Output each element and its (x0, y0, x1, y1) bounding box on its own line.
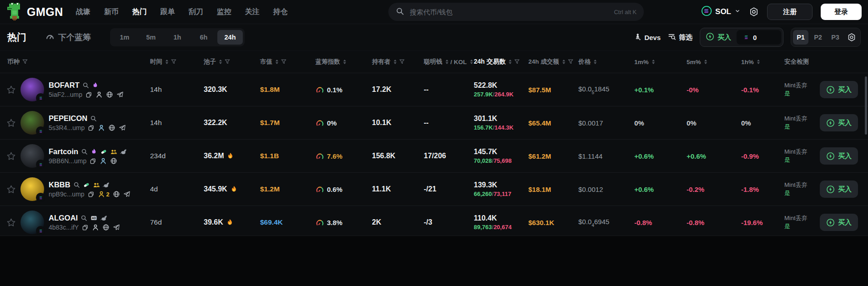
sort-icon[interactable] (704, 60, 707, 64)
token-row-ALGOAI[interactable]: ALGOAIAD4b83c...ifY76d39.6K$69.4K3.8%2K-… (0, 206, 868, 239)
sort-icon[interactable] (757, 60, 760, 64)
signup-button[interactable]: 注册 (767, 4, 813, 20)
favorite-star-button[interactable] (6, 151, 16, 161)
next-bluechip-tab[interactable]: 下个蓝筹 (45, 32, 91, 43)
globe-icon[interactable] (113, 191, 120, 198)
preset-settings-button[interactable] (845, 30, 858, 45)
buy-button[interactable]: 买入 (820, 181, 858, 198)
timeframe-24h[interactable]: 24h (217, 30, 243, 45)
column-header-聪明钱[interactable]: 聪明钱/ KOL (419, 58, 469, 66)
sort-icon[interactable] (394, 60, 396, 64)
buy-button[interactable]: 买入 (820, 81, 858, 98)
token-search-icon[interactable] (73, 181, 80, 188)
telegram-icon[interactable] (119, 124, 126, 131)
sort-icon[interactable] (343, 60, 346, 64)
token-address[interactable]: 9BB6N...ump (49, 157, 86, 165)
copy-icon[interactable] (88, 125, 95, 131)
gear-icon[interactable] (847, 33, 856, 42)
token-address[interactable]: 4b83c...ifY (49, 224, 79, 231)
telegram-icon[interactable] (123, 191, 130, 198)
preset-P2[interactable]: P2 (810, 30, 826, 45)
nav-item-跟单[interactable]: 跟单 (161, 7, 175, 17)
timeframe-1h[interactable]: 1h (165, 30, 190, 45)
funnel-filter-icon[interactable] (281, 59, 287, 65)
timeframe-5m[interactable]: 5m (138, 30, 164, 45)
favorite-star-button[interactable] (6, 218, 16, 227)
nav-item-刮刀[interactable]: 刮刀 (189, 7, 203, 17)
search-bar[interactable]: Ctrl alt K (388, 3, 644, 21)
globe-icon[interactable] (102, 224, 110, 231)
search-input[interactable] (409, 8, 609, 16)
preset-P1[interactable]: P1 (793, 30, 808, 45)
token-search-icon[interactable] (80, 215, 87, 221)
column-header-安全检测[interactable]: 安全检测 (780, 58, 812, 66)
globe-icon[interactable] (106, 91, 113, 98)
column-header-时间[interactable]: 时间 (146, 58, 199, 66)
copy-icon[interactable] (88, 191, 95, 198)
person-icon[interactable] (98, 191, 105, 198)
token-avatar[interactable] (20, 78, 44, 101)
person-icon[interactable] (92, 224, 99, 231)
sort-icon[interactable] (562, 60, 565, 64)
sort-icon[interactable] (594, 60, 597, 64)
telegram-icon[interactable] (116, 91, 124, 98)
nav-item-持仓[interactable]: 持仓 (273, 7, 288, 17)
timeframe-6h[interactable]: 6h (191, 30, 216, 45)
token-search-icon[interactable] (81, 148, 88, 155)
copy-icon[interactable] (82, 224, 89, 231)
token-row-PEPEICON[interactable]: PEPEICON5s3R4...ump14h322.2K$1.7M0%10.1K… (0, 106, 868, 139)
token-symbol[interactable]: KBBB (49, 181, 70, 189)
column-header-持有者[interactable]: 持有者 (367, 58, 419, 66)
nav-item-关注[interactable]: 关注 (245, 7, 260, 17)
nav-item-监控[interactable]: 监控 (217, 7, 231, 17)
quick-buy-control[interactable]: 买入 0 (700, 28, 783, 47)
funnel-filter-icon[interactable] (399, 59, 405, 65)
token-row-BOFART[interactable]: BOFART5iaF2...ump14h320.3K$1.8M0.1%17.2K… (0, 73, 868, 106)
token-symbol[interactable]: PEPEICON (49, 114, 87, 123)
column-header-价格[interactable]: 价格 (574, 58, 630, 66)
person-icon[interactable] (100, 157, 107, 165)
token-search-icon[interactable] (82, 82, 89, 89)
copy-icon[interactable] (90, 158, 96, 165)
sort-icon[interactable] (276, 60, 278, 64)
buy-button[interactable]: 买入 (820, 147, 858, 165)
funnel-filter-icon[interactable] (171, 59, 177, 65)
column-header-24h 成交额[interactable]: 24h 成交额 (524, 58, 574, 66)
token-avatar[interactable] (20, 177, 44, 201)
token-row-Fartcoin[interactable]: Fartcoin9BB6N...ump234d36.2M$1.1B7.6%156… (0, 139, 868, 172)
preset-P3[interactable]: P3 (828, 30, 843, 45)
nav-item-战壕[interactable]: 战壕 (76, 7, 90, 17)
token-symbol[interactable]: Fartcoin (49, 147, 78, 156)
buy-button[interactable]: 买入 (820, 214, 858, 231)
funnel-filter-icon[interactable] (514, 59, 520, 65)
column-header-蓝筹指数[interactable]: 蓝筹指数 (311, 58, 367, 66)
token-address[interactable]: npB9c...ump (49, 191, 85, 198)
settings-hexagon-icon[interactable] (749, 7, 759, 17)
sort-icon[interactable] (509, 60, 512, 64)
column-header-币种[interactable]: 币种 (0, 58, 146, 66)
login-button[interactable]: 登录 (821, 4, 862, 20)
globe-icon[interactable] (110, 157, 117, 165)
token-avatar[interactable] (20, 211, 44, 234)
vertical-scrollbar[interactable] (865, 76, 867, 135)
sort-icon[interactable] (219, 60, 222, 64)
sort-icon[interactable] (166, 60, 168, 64)
column-header-24h 交易数[interactable]: 24h 交易数 (469, 58, 524, 66)
favorite-star-button[interactable] (6, 85, 16, 95)
quick-buy-amount-field[interactable]: 0 (737, 30, 781, 45)
token-avatar[interactable] (20, 144, 44, 168)
token-row-KBBB[interactable]: KBBBnpB9c...ump24d345.9K$1.2M0.6%11.1K-/… (0, 172, 868, 206)
gmgn-logo[interactable]: GMGN (6, 3, 63, 21)
sort-icon[interactable] (446, 60, 448, 64)
copy-icon[interactable] (85, 91, 92, 98)
globe-icon[interactable] (108, 124, 115, 131)
sort-icon[interactable] (652, 60, 655, 64)
column-header-1h%[interactable]: 1h% (737, 59, 780, 65)
nav-item-新币[interactable]: 新币 (104, 7, 119, 17)
nav-item-热门[interactable]: 热门 (132, 7, 147, 17)
token-symbol[interactable]: BOFART (49, 81, 80, 90)
token-search-icon[interactable] (90, 115, 97, 122)
devs-toggle[interactable]: Devs (634, 33, 661, 42)
chain-selector[interactable]: SOL (701, 5, 741, 18)
timeframe-1m[interactable]: 1m (112, 30, 137, 45)
